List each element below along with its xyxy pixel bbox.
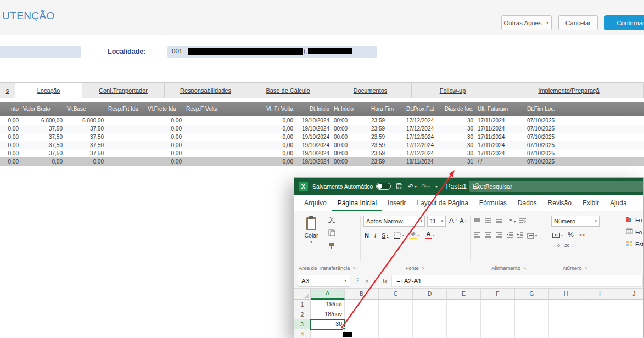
cell-e3[interactable] (447, 319, 481, 329)
underline-button[interactable]: S▾ (382, 232, 388, 239)
borders-button[interactable]: ▾ (394, 232, 404, 239)
align-right-icon[interactable] (495, 232, 503, 239)
percent-style-button[interactable]: % (568, 231, 574, 239)
tab-responsabilidades[interactable]: Responsabilidades (165, 82, 247, 98)
row-header-3[interactable]: 3 (294, 319, 311, 329)
toolbar-more-icon[interactable]: ▾ (434, 184, 437, 188)
table-row[interactable]: 0,0037,5037,500,000,0019/10/202400:0023:… (0, 149, 644, 157)
align-center-icon[interactable] (484, 232, 492, 239)
cell-c4[interactable] (379, 329, 413, 338)
tab-base-de-calculo[interactable]: Base de Cálculo (247, 82, 329, 98)
fill-handle[interactable] (343, 327, 345, 330)
column-header-j[interactable]: J (617, 289, 643, 300)
ribbon-tab-layout-da-pagina[interactable]: Layout da Página (411, 195, 473, 211)
column-header-h[interactable]: H (549, 289, 583, 300)
tab-follow-up[interactable]: Follow-up (412, 82, 494, 98)
accounting-format-icon[interactable]: ▾ (552, 233, 563, 238)
comma-style-button[interactable]: 000 (579, 233, 585, 238)
cut-icon[interactable] (328, 217, 335, 224)
align-top-icon[interactable] (473, 217, 481, 225)
cell-styles-button[interactable]: Est (626, 240, 643, 248)
font-name-select[interactable]: Aptos Narrow▾ (363, 216, 425, 227)
format-painter-icon[interactable] (328, 243, 335, 250)
dialog-launcher-icon[interactable]: ↘ (584, 266, 588, 271)
undo-icon[interactable]: ↶▾ (408, 183, 416, 190)
autosave-toggle[interactable] (376, 183, 391, 190)
cell-a1[interactable]: 19/out (311, 300, 345, 309)
cell-f2[interactable] (481, 309, 515, 319)
cell-i2[interactable] (583, 309, 617, 319)
column-header-d[interactable]: D (413, 289, 447, 300)
dialog-launcher-icon[interactable]: ↘ (523, 266, 527, 271)
column-header-e[interactable]: E (447, 289, 481, 300)
row-header-4[interactable]: 4 (294, 329, 311, 338)
cell-j2[interactable] (617, 309, 643, 319)
orientation-icon[interactable]: ▾ (506, 218, 516, 224)
column-header-b[interactable]: B (345, 289, 379, 300)
ribbon-tab-formulas[interactable]: Fórmulas (474, 195, 512, 211)
cell-i4[interactable] (583, 329, 617, 338)
bold-button[interactable]: N (365, 232, 369, 239)
insert-function-icon[interactable]: fx (383, 278, 388, 284)
cell-f3[interactable] (481, 319, 515, 329)
column-header-c[interactable]: C (379, 289, 413, 300)
localidade-field[interactable]: 001 -(, (167, 46, 377, 58)
formula-input[interactable]: =+A2-A1 (391, 275, 643, 287)
cell-j3[interactable] (617, 319, 643, 329)
cell-j4[interactable] (617, 329, 643, 338)
copy-icon[interactable] (328, 229, 335, 238)
fill-color-button[interactable]: ▾ (409, 231, 419, 239)
italic-button[interactable]: I (374, 232, 376, 239)
cancelar-button[interactable]: Cancelar (558, 15, 598, 30)
cell-b1[interactable] (345, 300, 379, 309)
ribbon-tab-arquivo[interactable]: Arquivo (299, 195, 332, 211)
cell-e1[interactable] (447, 300, 481, 309)
column-header-i[interactable]: I (583, 289, 617, 300)
column-header-g[interactable]: G (515, 289, 549, 300)
tab-implemento-preparaca[interactable]: Implemento/Preparaçã (494, 82, 644, 98)
cell-i3[interactable] (583, 319, 617, 329)
paste-button[interactable]: Colar ▾ (300, 216, 323, 256)
outras-acoes-button[interactable]: Outras Ações ▼ (501, 15, 552, 30)
cell-d1[interactable] (413, 300, 447, 309)
cell-f4[interactable] (481, 329, 515, 338)
cell-i1[interactable] (583, 300, 617, 309)
cell-c1[interactable] (379, 300, 413, 309)
cell-a3[interactable]: 30 (311, 319, 345, 329)
increase-font-icon[interactable]: A↑ (449, 216, 457, 224)
tab-locacao[interactable]: Locação (15, 82, 82, 98)
cell-d4[interactable] (413, 329, 447, 338)
cell-c2[interactable] (379, 309, 413, 319)
cell-g3[interactable] (515, 319, 549, 329)
column-header-a[interactable]: A (311, 289, 345, 300)
ribbon-tab-dados[interactable]: Dados (512, 195, 542, 211)
table-row[interactable]: 0,000,000,000,000,0019/10/202400:0023:59… (0, 157, 644, 166)
tab-s[interactable]: s (0, 82, 15, 98)
save-icon[interactable] (396, 183, 403, 190)
cell-j1[interactable] (617, 300, 643, 309)
decrease-indent-icon[interactable] (506, 232, 513, 239)
cell-a4[interactable] (311, 329, 345, 338)
cell-h3[interactable] (549, 319, 583, 329)
cancel-entry-icon[interactable]: × (365, 278, 368, 284)
cell-d3[interactable] (413, 319, 447, 329)
align-bottom-icon[interactable] (495, 217, 503, 225)
decrease-font-icon[interactable]: A↓ (460, 217, 467, 224)
ribbon-tab-ajuda[interactable]: Ajuda (604, 195, 632, 211)
tab-documentos[interactable]: Documentos (329, 82, 412, 98)
format-as-table-button[interactable]: Fo (626, 228, 643, 236)
cell-a2[interactable]: 18/nov (311, 309, 345, 319)
font-color-button[interactable]: A▾ (425, 231, 434, 239)
decrease-decimal-icon[interactable]: .00→ (564, 243, 573, 248)
row-header-2[interactable]: 2 (294, 309, 311, 319)
ribbon-tab-exibir[interactable]: Exibir (577, 195, 604, 211)
wrap-text-icon[interactable] (519, 217, 527, 225)
dialog-launcher-icon[interactable]: ↘ (421, 266, 425, 271)
cell-f1[interactable] (481, 300, 515, 309)
confirmar-button[interactable]: Confirmar (604, 15, 644, 30)
ribbon-tab-inserir[interactable]: Inserir (382, 195, 411, 211)
cell-g4[interactable] (515, 329, 549, 338)
increase-decimal-icon[interactable]: ←.0 (552, 243, 559, 248)
cell-g1[interactable] (515, 300, 549, 309)
cell-b2[interactable] (345, 309, 379, 319)
